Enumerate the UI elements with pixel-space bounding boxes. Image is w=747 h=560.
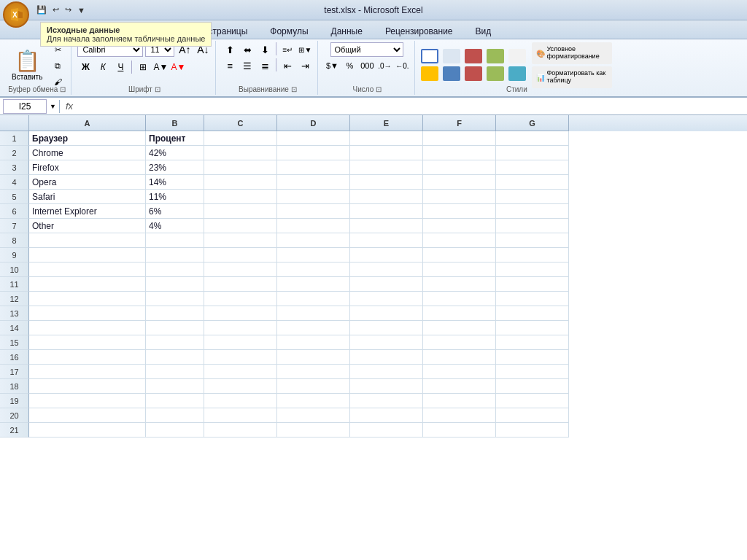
cell[interactable] bbox=[350, 175, 423, 190]
redo-icon[interactable]: ↪ bbox=[63, 4, 73, 16]
tab-data[interactable]: Данные bbox=[320, 23, 374, 39]
cell[interactable] bbox=[423, 408, 496, 423]
cell[interactable] bbox=[146, 335, 204, 350]
cell[interactable] bbox=[496, 219, 569, 233]
style-6[interactable] bbox=[443, 66, 460, 81]
cell[interactable] bbox=[277, 146, 350, 160]
copy-button[interactable]: ⧉ bbox=[49, 58, 66, 73]
cell[interactable] bbox=[29, 350, 146, 365]
cell[interactable] bbox=[350, 292, 423, 306]
cell[interactable] bbox=[277, 175, 350, 190]
cell[interactable] bbox=[350, 233, 423, 248]
cell[interactable] bbox=[496, 146, 569, 160]
cell[interactable] bbox=[204, 262, 277, 277]
cell[interactable] bbox=[350, 408, 423, 423]
cell[interactable] bbox=[29, 233, 146, 248]
cell[interactable] bbox=[146, 365, 204, 379]
cell[interactable] bbox=[29, 423, 146, 438]
cell[interactable] bbox=[146, 423, 204, 438]
cell[interactable] bbox=[496, 131, 569, 146]
cell[interactable] bbox=[423, 379, 496, 394]
cell[interactable] bbox=[146, 321, 204, 335]
cell[interactable] bbox=[146, 262, 204, 277]
cell[interactable] bbox=[350, 379, 423, 394]
style-normal[interactable] bbox=[421, 49, 438, 63]
cell[interactable]: Safari bbox=[29, 190, 146, 204]
cell[interactable] bbox=[204, 146, 277, 160]
tab-view[interactable]: Вид bbox=[465, 23, 503, 39]
cell[interactable] bbox=[204, 394, 277, 408]
cell[interactable] bbox=[496, 350, 569, 365]
border-button[interactable]: ⊞ bbox=[135, 60, 151, 74]
row-header[interactable]: 18 bbox=[0, 379, 29, 394]
cell[interactable] bbox=[277, 321, 350, 335]
cell[interactable]: 14% bbox=[146, 175, 204, 190]
cell[interactable] bbox=[204, 233, 277, 248]
cell[interactable] bbox=[146, 292, 204, 306]
cell[interactable] bbox=[423, 423, 496, 438]
cell[interactable] bbox=[204, 306, 277, 321]
cell[interactable] bbox=[423, 262, 496, 277]
row-header[interactable]: 4 bbox=[0, 175, 29, 190]
align-middle-button[interactable]: ⬌ bbox=[239, 42, 255, 57]
row-header[interactable]: 15 bbox=[0, 335, 29, 350]
align-center-button[interactable]: ☰ bbox=[239, 58, 255, 73]
cell[interactable] bbox=[277, 248, 350, 262]
style-4[interactable] bbox=[508, 49, 526, 63]
cell[interactable] bbox=[350, 335, 423, 350]
alignment-expand-icon[interactable]: ⊡ bbox=[291, 85, 297, 93]
cell[interactable] bbox=[146, 408, 204, 423]
tab-formulas[interactable]: Формулы bbox=[259, 23, 319, 39]
row-header[interactable]: 2 bbox=[0, 146, 29, 160]
cell[interactable] bbox=[350, 219, 423, 233]
merge-button[interactable]: ⊞▼ bbox=[297, 42, 313, 57]
decimal-decrease-button[interactable]: ←0. bbox=[394, 58, 410, 73]
cell[interactable] bbox=[277, 335, 350, 350]
row-header[interactable]: 11 bbox=[0, 277, 29, 292]
style-3[interactable] bbox=[487, 49, 504, 63]
cell-reference-input[interactable] bbox=[3, 99, 47, 114]
cell[interactable] bbox=[204, 248, 277, 262]
row-header[interactable]: 6 bbox=[0, 204, 29, 219]
cell[interactable]: Opera bbox=[29, 175, 146, 190]
cell[interactable] bbox=[496, 394, 569, 408]
style-9[interactable] bbox=[508, 66, 526, 81]
col-header-c[interactable]: C bbox=[204, 115, 277, 131]
cell[interactable] bbox=[204, 408, 277, 423]
cell[interactable]: Other bbox=[29, 219, 146, 233]
row-header[interactable]: 8 bbox=[0, 233, 29, 248]
cell[interactable] bbox=[277, 365, 350, 379]
cell[interactable] bbox=[350, 160, 423, 175]
italic-button[interactable]: К bbox=[95, 60, 111, 74]
cell[interactable] bbox=[29, 394, 146, 408]
row-header[interactable]: 5 bbox=[0, 190, 29, 204]
cell[interactable] bbox=[496, 423, 569, 438]
cell[interactable] bbox=[277, 190, 350, 204]
cell[interactable] bbox=[204, 175, 277, 190]
cell[interactable] bbox=[350, 277, 423, 292]
cell[interactable] bbox=[423, 160, 496, 175]
number-expand-icon[interactable]: ⊡ bbox=[376, 85, 382, 93]
row-header[interactable]: 7 bbox=[0, 219, 29, 233]
cell[interactable] bbox=[496, 175, 569, 190]
cell[interactable] bbox=[277, 204, 350, 219]
row-header[interactable]: 12 bbox=[0, 292, 29, 306]
formula-dropdown-icon[interactable]: ▼ bbox=[50, 103, 56, 110]
clipboard-expand-icon[interactable]: ⊡ bbox=[60, 85, 66, 93]
cell[interactable] bbox=[496, 262, 569, 277]
cell[interactable] bbox=[350, 262, 423, 277]
cell[interactable] bbox=[350, 394, 423, 408]
font-expand-icon[interactable]: ⊡ bbox=[155, 85, 160, 93]
cell[interactable] bbox=[350, 306, 423, 321]
cell[interactable] bbox=[496, 292, 569, 306]
cell[interactable] bbox=[423, 233, 496, 248]
cell[interactable] bbox=[204, 160, 277, 175]
cell[interactable] bbox=[146, 306, 204, 321]
col-header-g[interactable]: G bbox=[496, 115, 569, 131]
align-left-button[interactable]: ≡ bbox=[222, 58, 238, 73]
cell[interactable] bbox=[277, 379, 350, 394]
undo-icon[interactable]: ↩ bbox=[51, 4, 61, 16]
cell[interactable] bbox=[496, 335, 569, 350]
cell[interactable] bbox=[350, 248, 423, 262]
cell[interactable]: Chrome bbox=[29, 146, 146, 160]
